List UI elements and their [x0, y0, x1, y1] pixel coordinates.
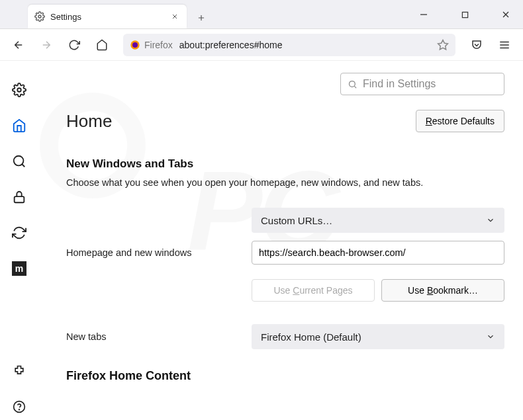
- sidebar-sync[interactable]: [6, 220, 32, 246]
- tab-settings[interactable]: Settings: [28, 5, 187, 28]
- gear-icon: [34, 11, 45, 22]
- chevron-down-icon: [486, 216, 495, 225]
- search-icon: [348, 79, 357, 89]
- svg-point-5: [17, 88, 21, 92]
- minimize-button[interactable]: [410, 1, 437, 28]
- homepage-mode-select[interactable]: Custom URLs…: [252, 208, 504, 233]
- chevron-down-icon: [486, 332, 495, 341]
- svg-point-6: [14, 156, 24, 166]
- section-heading-home-content: Firefox Home Content: [66, 369, 504, 383]
- sidebar-help[interactable]: [6, 394, 32, 420]
- sidebar-privacy[interactable]: [6, 184, 32, 210]
- find-placeholder: Find in Settings: [363, 78, 436, 90]
- menu-button[interactable]: [493, 33, 516, 57]
- svg-point-3: [132, 42, 138, 48]
- newtabs-label: New tabs: [66, 331, 252, 342]
- close-window-button[interactable]: [493, 1, 519, 28]
- new-tab-button[interactable]: [191, 7, 212, 28]
- sidebar-search[interactable]: [6, 148, 32, 175]
- find-in-settings-input[interactable]: Find in Settings: [340, 73, 504, 95]
- svg-point-0: [38, 15, 41, 18]
- sidebar-general[interactable]: [6, 77, 32, 103]
- settings-sidebar: m: [0, 61, 38, 420]
- maximize-button[interactable]: [452, 1, 478, 28]
- homepage-url-input[interactable]: [252, 241, 504, 265]
- back-button[interactable]: [7, 33, 30, 57]
- page-title: Home: [66, 111, 112, 132]
- homepage-mode-value: Custom URLs…: [261, 215, 332, 226]
- url-bar[interactable]: Firefox about:preferences#home: [123, 34, 455, 56]
- svg-marker-4: [438, 40, 448, 49]
- section-description: Choose what you see when you open your h…: [66, 177, 504, 188]
- mozilla-icon: m: [12, 261, 26, 276]
- pocket-button[interactable]: [465, 33, 489, 57]
- forward-button: [34, 33, 58, 57]
- bookmark-star-button[interactable]: [437, 39, 449, 51]
- close-tab-button[interactable]: [169, 11, 180, 22]
- reload-button[interactable]: [62, 33, 86, 57]
- section-heading-windows-tabs: New Windows and Tabs: [66, 157, 504, 171]
- tab-strip: Settings: [0, 0, 523, 29]
- newtabs-select[interactable]: Firefox Home (Default): [252, 324, 504, 349]
- sidebar-extensions[interactable]: [6, 358, 32, 384]
- tab-label: Settings: [50, 12, 164, 22]
- url-text: about:preferences#home: [179, 40, 430, 50]
- window-controls: [410, 0, 519, 29]
- toolbar: Firefox about:preferences#home: [0, 29, 523, 61]
- newtabs-value: Firefox Home (Default): [261, 331, 361, 343]
- restore-defaults-button[interactable]: Restore Defaults: [416, 110, 504, 132]
- use-bookmark-button[interactable]: Use Bookmark…: [381, 279, 504, 302]
- svg-rect-7: [15, 196, 24, 202]
- identity-box[interactable]: Firefox: [130, 40, 173, 50]
- firefox-icon: [130, 40, 140, 50]
- home-button[interactable]: [90, 33, 114, 57]
- homepage-label: Homepage and new windows: [66, 247, 252, 258]
- identity-label: Firefox: [144, 40, 173, 50]
- use-current-pages-button: Use Current Pages: [252, 279, 375, 302]
- content-area: m Find in Settings Home Restore Defaults…: [0, 61, 523, 420]
- sidebar-home[interactable]: [6, 112, 32, 139]
- settings-main: Find in Settings Home Restore Defaults N…: [38, 61, 523, 420]
- svg-point-10: [350, 81, 356, 87]
- sidebar-more-mozilla[interactable]: m: [6, 255, 32, 282]
- svg-rect-1: [462, 12, 467, 17]
- svg-point-9: [19, 409, 20, 410]
